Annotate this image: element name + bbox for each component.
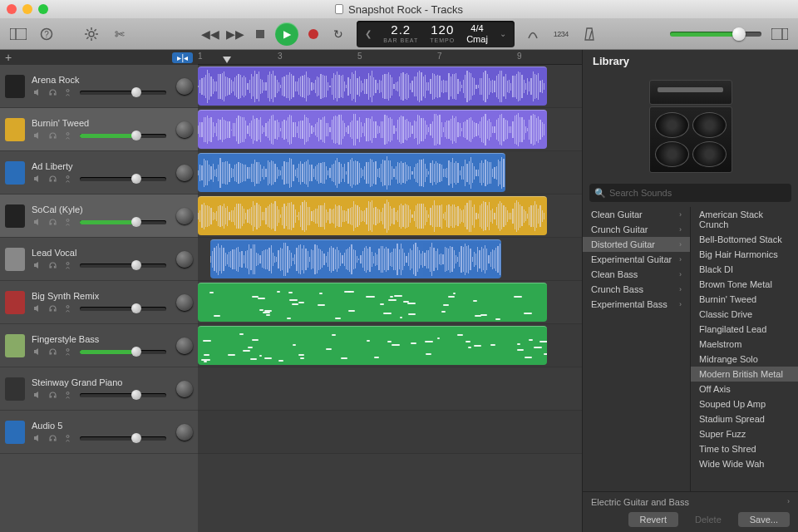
settings-icon[interactable] <box>81 24 101 44</box>
mute-button[interactable] <box>32 174 43 184</box>
track-header[interactable]: Audio 5 <box>0 411 198 454</box>
region[interactable] <box>198 326 547 365</box>
track-lane[interactable] <box>198 281 582 324</box>
track-lane[interactable] <box>198 324 582 367</box>
track-header[interactable]: Lead Vocal <box>0 238 198 281</box>
region[interactable] <box>198 110 547 149</box>
slider-thumb[interactable] <box>131 131 141 140</box>
input-monitor-icon[interactable] <box>62 433 73 443</box>
library-column-1[interactable]: Clean Guitar›Crunch Guitar›Distorted Gui… <box>583 207 691 491</box>
track-instrument-icon[interactable] <box>5 204 25 228</box>
add-track-button[interactable]: + <box>5 51 12 64</box>
track-instrument-icon[interactable] <box>5 248 25 271</box>
chevron-right-icon[interactable]: › <box>787 497 790 507</box>
library-search-input[interactable]: 🔍 Search Sounds <box>589 184 791 202</box>
input-monitor-icon[interactable] <box>62 303 73 313</box>
master-volume-slider[interactable] <box>670 32 761 37</box>
track-lane[interactable] <box>198 151 582 195</box>
track-volume-slider[interactable] <box>80 91 166 95</box>
pan-knob[interactable] <box>176 251 193 268</box>
track-volume-slider[interactable] <box>80 134 166 138</box>
headphones-icon[interactable] <box>47 347 58 357</box>
library-category-item[interactable]: Clean Guitar› <box>583 207 690 222</box>
mute-button[interactable] <box>32 131 43 140</box>
headphones-icon[interactable] <box>47 260 58 270</box>
catch-playhead-button[interactable]: ▸|◂ <box>172 52 193 63</box>
fullscreen-button[interactable] <box>38 4 48 14</box>
record-button[interactable] <box>303 24 323 44</box>
track-header[interactable]: Arena Rock <box>0 65 198 108</box>
library-preset-item[interactable]: Midrange Solo <box>691 352 798 367</box>
track-lane[interactable] <box>198 195 582 238</box>
region[interactable] <box>198 66 547 106</box>
track-lane[interactable] <box>198 65 582 108</box>
track-instrument-icon[interactable] <box>5 377 25 401</box>
chevron-left-icon[interactable]: ❮ <box>365 29 372 38</box>
slider-thumb[interactable] <box>131 347 141 357</box>
mute-button[interactable] <box>32 303 43 313</box>
headphones-icon[interactable] <box>47 131 58 140</box>
mute-button[interactable] <box>32 87 43 97</box>
track-volume-slider[interactable] <box>80 264 166 268</box>
lcd-display[interactable]: ❮ 2.2 BAR BEAT 120 TEMPO 4/4 Cmaj ⌄ <box>357 21 515 47</box>
input-monitor-icon[interactable] <box>62 217 73 227</box>
library-category-item[interactable]: Clean Bass› <box>583 267 690 282</box>
library-preset-item[interactable]: Classic Drive <box>691 307 798 322</box>
track-volume-slider[interactable] <box>80 436 166 441</box>
minimize-button[interactable] <box>22 4 32 14</box>
library-preset-item[interactable]: Off Axis <box>691 382 798 397</box>
library-preset-item[interactable]: Wide Wide Wah <box>691 456 798 471</box>
library-preset-item[interactable]: Super Fuzz <box>691 426 798 441</box>
input-monitor-icon[interactable] <box>62 174 73 184</box>
library-preset-item[interactable]: American Stack Crunch <box>691 207 798 232</box>
mute-button[interactable] <box>32 217 43 227</box>
slider-thumb[interactable] <box>131 433 141 443</box>
track-header[interactable]: Ad Liberty <box>0 151 198 195</box>
pan-knob[interactable] <box>176 78 193 95</box>
mute-button[interactable] <box>32 260 43 270</box>
library-preset-item[interactable]: Black DI <box>691 262 798 277</box>
track-lane[interactable] <box>198 108 582 151</box>
save-button[interactable]: Save... <box>738 512 790 527</box>
headphones-icon[interactable] <box>47 174 58 184</box>
track-instrument-icon[interactable] <box>5 334 25 357</box>
slider-thumb[interactable] <box>131 87 141 97</box>
rewind-button[interactable]: ◀◀ <box>200 24 220 44</box>
slider-thumb[interactable] <box>131 174 141 184</box>
input-monitor-icon[interactable] <box>62 347 73 357</box>
slider-thumb[interactable] <box>131 390 141 400</box>
headphones-icon[interactable] <box>47 433 58 443</box>
delete-button[interactable]: Delete <box>683 512 733 527</box>
track-volume-slider[interactable] <box>80 177 166 181</box>
timeline-ruler[interactable]: 13579 <box>198 50 582 65</box>
library-preset-item[interactable]: Stadium Spread <box>691 411 798 426</box>
library-preset-item[interactable]: Burnin' Tweed <box>691 292 798 307</box>
pan-knob[interactable] <box>176 121 193 138</box>
playhead-marker[interactable] <box>223 57 231 63</box>
track-instrument-icon[interactable] <box>5 421 25 444</box>
headphones-icon[interactable] <box>47 390 58 400</box>
quick-help-icon[interactable]: ? <box>37 24 57 44</box>
region[interactable] <box>210 239 501 278</box>
cycle-button[interactable]: ↻ <box>328 24 348 44</box>
volume-thumb[interactable] <box>732 27 746 41</box>
chevron-down-icon[interactable]: ⌄ <box>500 29 506 38</box>
pan-knob[interactable] <box>176 208 193 224</box>
library-category-item[interactable]: Experimental Bass› <box>583 297 690 312</box>
pan-knob[interactable] <box>176 381 193 397</box>
library-preset-item[interactable]: Maelstrom <box>691 337 798 352</box>
count-in-button[interactable]: 1234 <box>551 24 571 44</box>
arrangement-area[interactable]: 13579 <box>198 50 582 532</box>
pan-knob[interactable] <box>176 165 193 181</box>
track-lane[interactable] <box>198 238 582 281</box>
input-monitor-icon[interactable] <box>62 87 73 97</box>
library-preset-item[interactable]: Time to Shred <box>691 441 798 456</box>
slider-thumb[interactable] <box>131 303 141 313</box>
metronome-icon[interactable] <box>579 24 599 44</box>
track-volume-slider[interactable] <box>80 350 166 354</box>
library-toggle-icon[interactable] <box>8 24 28 44</box>
headphones-icon[interactable] <box>47 217 58 227</box>
scissors-icon[interactable]: ✄ <box>110 24 130 44</box>
library-preset-item[interactable]: Souped Up Amp <box>691 397 798 411</box>
track-instrument-icon[interactable] <box>5 118 25 141</box>
